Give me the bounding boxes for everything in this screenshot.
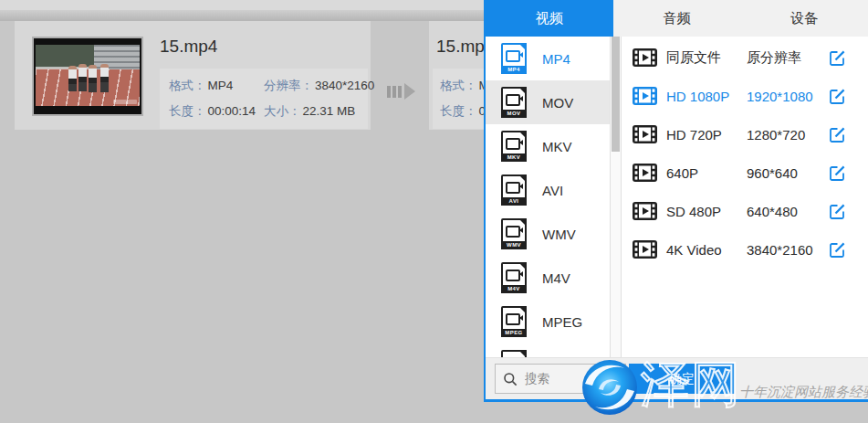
video-thumbnail-frame xyxy=(36,45,140,106)
format-item-wmv[interactable]: WMV WMV xyxy=(486,212,610,256)
quality-item-hd1080p[interactable]: HD 1080P 1920*1080 xyxy=(622,77,868,115)
meta-resolution: 分辨率：3840*2160 xyxy=(264,78,374,94)
video-thumbnail xyxy=(32,37,143,116)
format-item-m4v[interactable]: M4V M4V xyxy=(486,256,610,300)
tab-audio[interactable]: 音频 xyxy=(613,0,741,37)
confirm-button[interactable]: 确定 xyxy=(629,364,735,394)
quality-item-hd720p[interactable]: HD 720P 1280*720 xyxy=(622,115,868,153)
edit-icon[interactable] xyxy=(829,164,846,182)
thumb-person xyxy=(78,64,87,91)
quality-item-original[interactable]: 同原文件 原分辨率 xyxy=(622,38,868,77)
edit-icon[interactable] xyxy=(829,126,846,143)
filmstrip-icon xyxy=(633,164,657,182)
file-format-icon xyxy=(501,350,527,357)
file-format-icon: MKV xyxy=(501,131,527,162)
file-format-icon: WMV xyxy=(501,218,527,249)
file-format-icon: M4V xyxy=(501,262,527,293)
meta-duration: 长度：00:00:14 xyxy=(169,103,256,120)
format-item-mp4[interactable]: MP4 MP4 xyxy=(486,37,610,80)
filmstrip-icon xyxy=(633,240,657,259)
file-format-icon: MPEG xyxy=(501,306,527,337)
filmstrip-icon xyxy=(633,202,657,220)
filmstrip-icon xyxy=(633,48,657,67)
thumb-watermark xyxy=(113,100,137,104)
source-file-card[interactable]: 15.mp4 格式：MP4 分辨率：3840*2160 长度：00:00:14 … xyxy=(15,21,371,130)
edit-icon[interactable] xyxy=(829,88,846,105)
format-item-mpeg[interactable]: MPEG MPEG xyxy=(486,300,610,344)
meta-format: 格式：MP4 xyxy=(169,78,256,94)
edit-icon[interactable] xyxy=(829,241,846,259)
file-name: 15.mp4 xyxy=(160,37,371,57)
thumb-person xyxy=(68,66,77,91)
convert-arrow-icon xyxy=(387,83,415,100)
edit-icon[interactable] xyxy=(829,49,846,67)
file-format-icon: MOV xyxy=(501,87,527,118)
popup-tab-bar: 视频 音频 设备 xyxy=(486,0,868,37)
popup-bottom-bar: 确定 xyxy=(486,357,868,399)
format-item-mov[interactable]: MOV MOV xyxy=(486,80,610,124)
filmstrip-icon xyxy=(633,87,657,105)
quality-item-640p[interactable]: 640P 960*640 xyxy=(622,153,868,192)
scrollbar-thumb[interactable] xyxy=(612,37,620,152)
quality-item-sd480p[interactable]: SD 480P 640*480 xyxy=(622,192,868,230)
search-box[interactable] xyxy=(495,364,626,394)
thumb-person xyxy=(89,65,97,92)
file-format-icon: MP4 xyxy=(501,43,527,74)
format-list: MP4 MP4 MOV MOV MKV MKV AVI AVI WMV WMV … xyxy=(486,37,610,357)
meta-size: 大小：22.31 MB xyxy=(264,103,374,120)
format-list-scrollbar[interactable] xyxy=(610,37,622,357)
format-popup: 视频 音频 设备 MP4 MP4 MOV MOV MKV MKV AVI AVI… xyxy=(484,0,868,402)
search-icon xyxy=(503,372,518,386)
format-item-mkv[interactable]: MKV MKV xyxy=(486,124,610,168)
filmstrip-icon xyxy=(633,125,657,143)
format-item-partial[interactable] xyxy=(486,344,610,357)
quality-item-4k[interactable]: 4K Video 3840*2160 xyxy=(622,230,868,269)
file-format-icon: AVI xyxy=(501,174,527,206)
format-item-avi[interactable]: AVI AVI xyxy=(486,168,610,212)
edit-icon[interactable] xyxy=(829,203,846,220)
quality-list: 同原文件 原分辨率 HD 1080P 1920*1080 HD 720P 128… xyxy=(622,37,868,357)
tab-video[interactable]: 视频 xyxy=(486,0,613,37)
search-input[interactable] xyxy=(523,371,618,386)
tab-device[interactable]: 设备 xyxy=(740,0,868,37)
file-meta-box: 格式：MP4 分辨率：3840*2160 长度：00:00:14 大小：22.3… xyxy=(160,69,368,129)
thumb-person xyxy=(100,64,109,92)
